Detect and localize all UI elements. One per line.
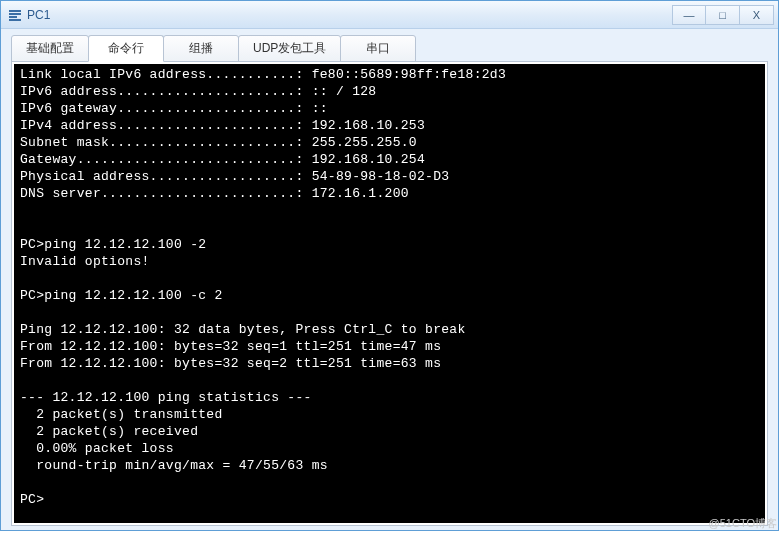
watermark: @51CTO博客 [709,516,777,531]
app-icon [7,7,23,23]
tab-serial[interactable]: 串口 [340,35,416,62]
tab-udp-tool[interactable]: UDP发包工具 [238,35,341,62]
tab-multicast[interactable]: 组播 [163,35,239,62]
minimize-button[interactable]: — [672,5,706,25]
tab-bar: 基础配置 命令行 组播 UDP发包工具 串口 [11,35,768,62]
titlebar[interactable]: PC1 — □ X [1,1,778,29]
maximize-button[interactable]: □ [706,5,740,25]
window: PC1 — □ X 基础配置 命令行 组播 UDP发包工具 串口 Link lo… [0,0,779,531]
tab-cli[interactable]: 命令行 [88,35,164,62]
window-controls: — □ X [672,5,774,25]
terminal-panel: Link local IPv6 address...........: fe80… [11,61,768,526]
content-area: 基础配置 命令行 组播 UDP发包工具 串口 Link local IPv6 a… [1,29,778,530]
window-title: PC1 [27,8,672,22]
close-button[interactable]: X [740,5,774,25]
terminal[interactable]: Link local IPv6 address...........: fe80… [14,64,765,523]
tab-basic-config[interactable]: 基础配置 [11,35,89,62]
